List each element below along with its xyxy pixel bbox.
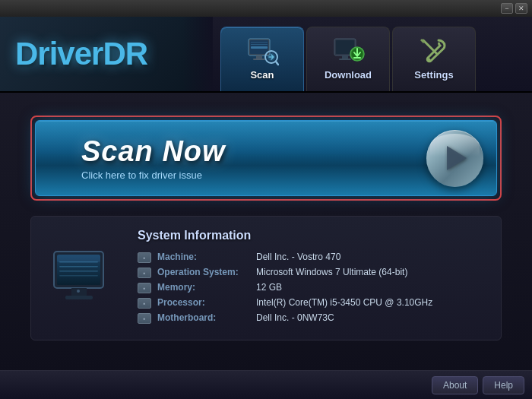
info-row-processor: ▪ Processor: Intel(R) Core(TM) i5-3450 C… — [138, 297, 486, 309]
info-icon-machine: ▪ — [138, 252, 151, 263]
settings-icon — [417, 37, 451, 66]
svg-rect-25 — [59, 266, 98, 268]
info-value-machine: Dell Inc. - Vostro 470 — [256, 252, 340, 262]
logo-area: DriverDR — [0, 17, 213, 91]
download-icon — [331, 37, 365, 66]
svg-rect-3 — [251, 42, 268, 43]
scan-now-text-area: Scan Now Click here to fix driver issue — [36, 135, 420, 181]
svg-rect-5 — [256, 55, 262, 59]
close-button[interactable]: ✕ — [515, 3, 527, 14]
tab-scan-label: Scan — [250, 69, 274, 81]
arrow-play-icon — [447, 146, 467, 170]
system-info-left: System Information ▪ Machine: Dell Inc. … — [138, 229, 486, 328]
scan-now-title: Scan Now — [81, 135, 420, 168]
info-row-os: ▪ Operation System: Microsoft Windows 7 … — [138, 267, 486, 278]
scan-now-subtitle: Click here to fix driver issue — [81, 169, 420, 181]
svg-rect-12 — [342, 55, 348, 59]
scan-icon — [245, 37, 279, 66]
info-label-motherboard: Motherboard: — [157, 312, 256, 323]
svg-rect-27 — [59, 275, 98, 277]
help-button[interactable]: Help — [483, 376, 524, 394]
info-value-motherboard: Dell Inc. - 0NW73C — [256, 312, 334, 323]
main-container: DriverDR — [0, 17, 532, 399]
title-bar: − ✕ — [0, 0, 532, 17]
arrow-circle-icon — [426, 130, 483, 187]
tab-scan[interactable]: Scan — [220, 27, 304, 91]
header: DriverDR — [0, 17, 532, 93]
about-button[interactable]: About — [432, 376, 478, 394]
tab-settings[interactable]: Settings — [392, 27, 476, 91]
info-row-machine: ▪ Machine: Dell Inc. - Vostro 470 — [138, 252, 486, 263]
system-info-card: System Information ▪ Machine: Dell Inc. … — [30, 216, 502, 340]
svg-line-19 — [423, 40, 437, 54]
info-label-os: Operation System: — [157, 267, 256, 277]
info-icon-motherboard: ▪ — [138, 313, 151, 324]
svg-rect-23 — [57, 255, 100, 262]
info-label-memory: Memory: — [157, 282, 256, 293]
svg-rect-24 — [59, 261, 98, 263]
scan-now-button[interactable]: Scan Now Click here to fix driver issue — [35, 120, 497, 196]
tab-download-label: Download — [325, 69, 372, 81]
info-label-machine: Machine: — [157, 252, 256, 262]
info-icon-os: ▪ — [138, 268, 151, 278]
svg-rect-2 — [251, 46, 268, 49]
footer: About Help — [0, 370, 532, 399]
svg-point-18 — [428, 58, 431, 61]
scan-now-arrow — [420, 124, 489, 192]
tab-settings-label: Settings — [414, 69, 453, 81]
svg-rect-26 — [59, 271, 98, 272]
info-row-motherboard: ▪ Motherboard: Dell Inc. - 0NW73C — [138, 312, 486, 324]
svg-rect-29 — [65, 296, 93, 299]
svg-rect-6 — [253, 59, 265, 60]
scan-now-wrapper: Scan Now Click here to fix driver issue — [30, 116, 502, 201]
monitor-icon — [50, 248, 119, 309]
svg-line-9 — [276, 62, 278, 65]
info-label-processor: Processor: — [157, 297, 256, 308]
info-rows-container: ▪ Machine: Dell Inc. - Vostro 470 ▪ Oper… — [138, 252, 486, 324]
info-value-processor: Intel(R) Core(TM) i5-3450 CPU @ 3.10GHz — [256, 297, 432, 308]
info-value-os: Microsoft Windows 7 Ultimate (64-bit) — [256, 267, 407, 277]
minimize-button[interactable]: − — [501, 3, 513, 14]
info-value-memory: 12 GB — [256, 282, 282, 293]
tab-download[interactable]: Download — [306, 27, 390, 91]
svg-rect-13 — [339, 59, 351, 60]
system-info-header: System Information — [138, 229, 486, 242]
svg-rect-4 — [251, 44, 268, 45]
content-area: Scan Now Click here to fix driver issue — [0, 93, 532, 370]
logo-text: DriverDR — [15, 36, 147, 72]
nav-tabs: Scan — [213, 17, 532, 91]
info-icon-processor: ▪ — [138, 298, 151, 309]
info-icon-memory: ▪ — [138, 283, 151, 293]
monitor-icon-area — [46, 229, 122, 328]
svg-point-30 — [77, 290, 80, 293]
info-row-memory: ▪ Memory: 12 GB — [138, 282, 486, 293]
